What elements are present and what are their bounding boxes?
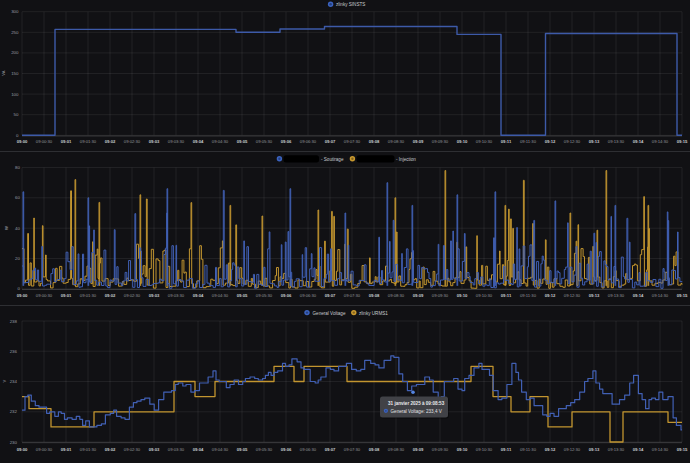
svg-text:09:01:30: 09:01:30 [80, 139, 97, 144]
svg-text:09:12: 09:12 [545, 293, 556, 298]
svg-text:09:10:30: 09:10:30 [476, 293, 493, 298]
svg-text:09:14: 09:14 [633, 293, 644, 298]
svg-text:VA: VA [1, 70, 6, 75]
svg-text:09:00:30: 09:00:30 [36, 447, 53, 452]
svg-text:09:12:30: 09:12:30 [564, 139, 581, 144]
svg-text:09:03: 09:03 [149, 293, 160, 298]
svg-text:09:05: 09:05 [237, 139, 248, 144]
svg-text:09:10:30: 09:10:30 [476, 139, 493, 144]
svg-text:09:12:30: 09:12:30 [564, 447, 581, 452]
svg-text:40: 40 [15, 226, 20, 231]
svg-text:zlinky URMS1: zlinky URMS1 [359, 311, 388, 316]
svg-text:150: 150 [11, 71, 19, 76]
svg-text:09:11:30: 09:11:30 [520, 139, 537, 144]
svg-text:09:03:30: 09:03:30 [168, 447, 185, 452]
svg-text:09:12: 09:12 [545, 447, 556, 452]
svg-text:232: 232 [10, 409, 18, 414]
svg-text:200: 200 [11, 50, 19, 55]
svg-text:General Voltage: 233,4 V: General Voltage: 233,4 V [391, 409, 443, 414]
svg-text:20: 20 [15, 256, 20, 261]
svg-text:09:14: 09:14 [633, 139, 644, 144]
svg-text:09:10: 09:10 [457, 139, 468, 144]
svg-text:09:00: 09:00 [17, 293, 28, 298]
svg-text:09:13:30: 09:13:30 [608, 139, 625, 144]
svg-text:234: 234 [10, 379, 18, 384]
svg-text:09:07: 09:07 [325, 447, 336, 452]
svg-text:W: W [4, 226, 9, 230]
svg-text:09:15: 09:15 [677, 447, 688, 452]
svg-text:09:14:30: 09:14:30 [652, 447, 669, 452]
svg-text:General Voltage: General Voltage [313, 311, 346, 316]
svg-text:09:03: 09:03 [149, 139, 160, 144]
svg-text:09:01: 09:01 [61, 139, 72, 144]
svg-text:09:08: 09:08 [369, 447, 380, 452]
svg-text:09:01: 09:01 [61, 293, 72, 298]
svg-text:09:03:30: 09:03:30 [168, 293, 185, 298]
svg-text:09:10: 09:10 [457, 447, 468, 452]
svg-text:09:12:30: 09:12:30 [564, 293, 581, 298]
svg-text:09:12: 09:12 [545, 139, 556, 144]
svg-text:09:11: 09:11 [501, 447, 512, 452]
svg-text:09:07:30: 09:07:30 [344, 293, 361, 298]
svg-text:50: 50 [14, 112, 19, 117]
svg-text:31 janvier 2025 à 09:08:53: 31 janvier 2025 à 09:08:53 [388, 401, 445, 406]
svg-text:09:04: 09:04 [193, 293, 204, 298]
svg-text:V: V [2, 379, 7, 382]
svg-text:09:09: 09:09 [413, 447, 424, 452]
svg-text:09:13: 09:13 [589, 447, 600, 452]
svg-text:09:05:30: 09:05:30 [256, 447, 273, 452]
svg-text:09:05:30: 09:05:30 [256, 139, 273, 144]
svg-text:09:01:30: 09:01:30 [80, 447, 97, 452]
svg-text:09:00: 09:00 [17, 139, 28, 144]
svg-text:09:11: 09:11 [501, 293, 512, 298]
svg-text:236: 236 [10, 349, 18, 354]
svg-text:09:13:30: 09:13:30 [608, 293, 625, 298]
svg-text:09:02:30: 09:02:30 [124, 447, 141, 452]
svg-text:09:06:30: 09:06:30 [300, 293, 317, 298]
svg-text:250: 250 [11, 30, 19, 35]
svg-text:- Injection: - Injection [396, 157, 416, 162]
svg-text:09:08:30: 09:08:30 [388, 139, 405, 144]
svg-text:09:15: 09:15 [677, 139, 688, 144]
svg-text:09:09:30: 09:09:30 [432, 447, 449, 452]
svg-text:09:04:30: 09:04:30 [212, 139, 229, 144]
svg-text:09:06: 09:06 [281, 139, 292, 144]
svg-text:09:14:30: 09:14:30 [652, 139, 669, 144]
svg-text:238: 238 [10, 319, 18, 324]
svg-text:09:10:30: 09:10:30 [476, 447, 493, 452]
svg-text:09:09:30: 09:09:30 [432, 293, 449, 298]
svg-text:09:02: 09:02 [105, 139, 116, 144]
svg-text:- Soutirage: - Soutirage [321, 157, 344, 162]
svg-text:09:05:30: 09:05:30 [256, 293, 273, 298]
svg-text:09:14:30: 09:14:30 [652, 293, 669, 298]
svg-text:zlinky SINSTS: zlinky SINSTS [336, 2, 365, 7]
svg-text:09:06: 09:06 [281, 293, 292, 298]
svg-text:09:04: 09:04 [193, 447, 204, 452]
svg-text:09:06: 09:06 [281, 447, 292, 452]
svg-text:100: 100 [11, 92, 19, 97]
svg-text:230: 230 [10, 440, 18, 445]
svg-text:09:02:30: 09:02:30 [124, 293, 141, 298]
svg-text:09:04:30: 09:04:30 [212, 447, 229, 452]
svg-text:09:01: 09:01 [61, 447, 72, 452]
svg-text:09:14: 09:14 [633, 447, 644, 452]
svg-text:09:08: 09:08 [369, 293, 380, 298]
svg-text:09:03:30: 09:03:30 [168, 139, 185, 144]
svg-text:09:00:30: 09:00:30 [36, 139, 53, 144]
svg-text:09:01:30: 09:01:30 [80, 293, 97, 298]
svg-text:09:11:30: 09:11:30 [520, 447, 537, 452]
svg-text:09:06:30: 09:06:30 [300, 139, 317, 144]
svg-text:09:04:30: 09:04:30 [212, 293, 229, 298]
svg-text:09:08:30: 09:08:30 [388, 293, 405, 298]
svg-text:09:04: 09:04 [193, 139, 204, 144]
svg-text:09:11:30: 09:11:30 [520, 293, 537, 298]
svg-text:09:13: 09:13 [589, 293, 600, 298]
svg-text:09:09: 09:09 [413, 139, 424, 144]
svg-text:09:07:30: 09:07:30 [344, 139, 361, 144]
svg-text:09:00:30: 09:00:30 [36, 293, 53, 298]
svg-text:09:02:30: 09:02:30 [124, 139, 141, 144]
svg-text:09:09:30: 09:09:30 [432, 139, 449, 144]
svg-text:09:00: 09:00 [17, 447, 28, 452]
svg-text:09:13:30: 09:13:30 [608, 447, 625, 452]
svg-text:09:05: 09:05 [237, 447, 248, 452]
